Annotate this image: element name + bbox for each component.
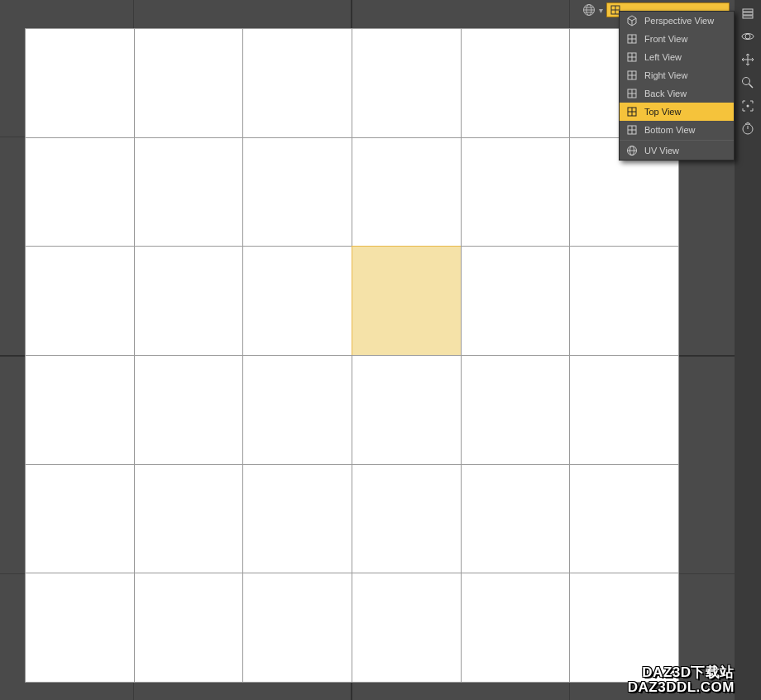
view-menu-item-label: UV View <box>644 146 679 156</box>
plane-cell[interactable] <box>134 464 244 574</box>
plane-cell[interactable] <box>352 464 462 574</box>
svg-point-32 <box>745 34 750 39</box>
view-menu-item-label: Right View <box>644 70 687 80</box>
zoom-icon[interactable] <box>738 73 758 93</box>
view-menu-item[interactable]: Right View <box>620 66 734 84</box>
plane-cell[interactable] <box>134 246 244 356</box>
plane-cell[interactable] <box>242 355 352 465</box>
view-menu-item[interactable]: Top View <box>620 103 734 121</box>
view-menu-item[interactable]: Back View <box>620 84 734 103</box>
svg-point-36 <box>747 105 749 108</box>
plane-cell[interactable] <box>242 137 352 247</box>
view-menu-item[interactable]: Left View <box>620 48 734 66</box>
view-menu-item-label: Top View <box>644 107 681 117</box>
plane-cell[interactable] <box>461 137 571 247</box>
plane-cell[interactable] <box>569 246 679 356</box>
view-menu-item[interactable]: Perspective View <box>620 12 734 30</box>
globe-icon[interactable] <box>581 2 597 18</box>
plane-cell[interactable] <box>242 246 352 356</box>
orbit-icon[interactable] <box>738 26 758 46</box>
plane-cell[interactable] <box>242 464 352 574</box>
menu-separator <box>620 140 734 141</box>
watermark: DAZ3D下载站 DAZ3DDL.COM <box>628 665 735 695</box>
plane-cell[interactable] <box>25 28 135 138</box>
svg-rect-29 <box>743 9 753 12</box>
plane-cell[interactable] <box>352 137 462 247</box>
viewport-3d[interactable]: ▾ Perspective ViewFront ViewLeft ViewRig… <box>0 0 761 700</box>
plane-cell[interactable] <box>461 246 571 356</box>
view-menu-item-label: Front View <box>644 34 687 44</box>
plane-cell[interactable] <box>25 355 135 465</box>
watermark-line2: DAZ3DDL.COM <box>628 680 735 695</box>
watermark-line1: DAZ3D下载站 <box>628 665 735 680</box>
plane-cell[interactable] <box>352 355 462 465</box>
plane-cell[interactable] <box>134 355 244 465</box>
plane-cell[interactable] <box>461 464 571 574</box>
view-selector-menu[interactable]: Perspective ViewFront ViewLeft ViewRight… <box>619 11 735 161</box>
view-menu-item-label: Back View <box>644 89 687 98</box>
plane-cell[interactable] <box>569 355 679 465</box>
frame-icon[interactable] <box>738 96 758 116</box>
view-menu-item[interactable]: UV View <box>620 141 734 160</box>
plane-cell[interactable] <box>25 573 135 683</box>
plane-cell[interactable] <box>569 464 679 574</box>
plane-cell[interactable] <box>352 573 462 683</box>
view-menu-item[interactable]: Front View <box>620 30 734 48</box>
reset-icon[interactable] <box>738 119 758 139</box>
plane-cell[interactable] <box>461 573 571 683</box>
plane-cell[interactable] <box>134 28 244 138</box>
view-menu-item-label: Perspective View <box>644 16 714 26</box>
plane-cell[interactable] <box>242 28 352 138</box>
plane-cell[interactable] <box>461 28 571 138</box>
plane-cell[interactable] <box>25 246 135 356</box>
view-menu-item-label: Left View <box>644 52 682 62</box>
svg-rect-31 <box>743 16 753 18</box>
plane-cell-selected[interactable] <box>352 246 462 356</box>
pan-icon[interactable] <box>738 50 758 70</box>
plane-cell[interactable] <box>134 137 244 247</box>
svg-point-34 <box>743 78 750 85</box>
svg-line-35 <box>749 84 754 89</box>
ground-plane[interactable] <box>25 28 678 682</box>
caret-down-icon: ▾ <box>599 6 603 15</box>
plane-cell[interactable] <box>25 137 135 247</box>
viewport-tool-strip <box>735 0 761 700</box>
plane-cell[interactable] <box>25 464 135 574</box>
plane-cell[interactable] <box>352 28 462 138</box>
plane-cell[interactable] <box>461 355 571 465</box>
view-menu-item-label: Bottom View <box>644 125 696 135</box>
layers-icon[interactable] <box>738 3 758 23</box>
svg-point-33 <box>742 34 754 40</box>
view-menu-item[interactable]: Bottom View <box>620 121 734 139</box>
svg-rect-30 <box>743 12 753 15</box>
plane-cell[interactable] <box>242 573 352 683</box>
plane-cell[interactable] <box>134 573 244 683</box>
